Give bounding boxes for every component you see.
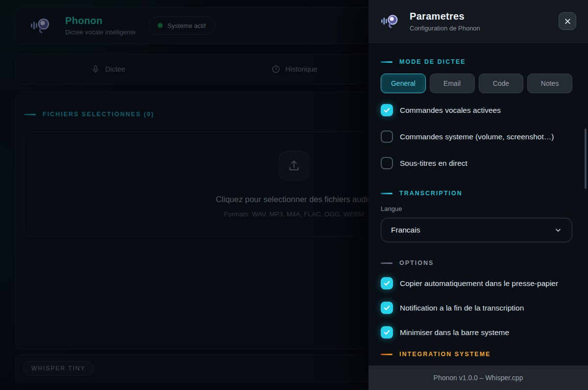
settings-panel: Parametres Configuration de Phonon MODE … <box>368 0 588 390</box>
langue-label: Langue <box>381 205 572 212</box>
options-section-head: OPTIONS <box>381 260 572 266</box>
settings-panel-body: MODE DE DICTEE GeneralEmailCodeNotes Com… <box>368 43 588 390</box>
toggle-label: Copier automatiquement dans le presse-pa… <box>400 279 558 288</box>
checkbox[interactable] <box>381 277 393 289</box>
scrollbar-thumb[interactable] <box>585 129 587 189</box>
transcription-section-label: TRANSCRIPTION <box>399 190 463 197</box>
section-dash-icon <box>381 354 392 355</box>
toggle-label: Commandes vocales activees <box>400 106 501 115</box>
mode-button-general[interactable]: General <box>381 74 426 93</box>
toggle-row[interactable]: Notification a la fin de la transcriptio… <box>381 302 572 314</box>
checkbox[interactable] <box>381 326 393 338</box>
integration-section-head: INTEGRATION SYSTEME <box>381 351 572 358</box>
voice-toggles-group: Commandes vocales activeesCommandes syst… <box>381 104 572 169</box>
toggle-row[interactable]: Minimiser dans la barre systeme <box>381 326 572 338</box>
toggle-label: Commandes systeme (volume, screenshot…) <box>400 132 554 141</box>
mode-button-notes[interactable]: Notes <box>527 74 572 93</box>
toggle-label: Notification a la fin de la transcriptio… <box>400 304 524 312</box>
chevron-down-icon <box>554 226 562 234</box>
section-dash-icon <box>381 61 392 63</box>
panel-footer: Phonon v1.0.0 – Whisper.cpp <box>368 365 588 390</box>
settings-title-block: Parametres Configuration de Phonon <box>410 11 559 32</box>
mode-buttons-group: GeneralEmailCodeNotes <box>381 74 572 93</box>
mode-button-email[interactable]: Email <box>430 74 475 93</box>
mode-button-code[interactable]: Code <box>479 74 524 93</box>
toggle-row[interactable]: Copier automatiquement dans le presse-pa… <box>381 277 572 289</box>
options-section-label: OPTIONS <box>399 260 434 266</box>
toggle-row[interactable]: Sous-titres en direct <box>381 157 572 169</box>
settings-panel-header: Parametres Configuration de Phonon <box>368 0 588 43</box>
section-dash-icon <box>381 193 392 194</box>
toggle-row[interactable]: Commandes vocales activees <box>381 104 572 116</box>
checkbox[interactable] <box>381 157 393 169</box>
integration-section-label: INTEGRATION SYSTEME <box>399 351 490 358</box>
checkbox[interactable] <box>381 130 393 143</box>
section-dash-icon <box>381 262 392 264</box>
options-toggles-group: Copier automatiquement dans le presse-pa… <box>381 277 572 338</box>
settings-title: Parametres <box>410 11 559 22</box>
close-icon <box>564 18 571 25</box>
checkbox[interactable] <box>381 104 393 116</box>
toggle-label: Sous-titres en direct <box>400 159 467 168</box>
transcription-section-head: TRANSCRIPTION <box>381 190 572 197</box>
langue-select[interactable]: Francais <box>381 218 572 242</box>
mode-section-label: MODE DE DICTEE <box>399 58 466 65</box>
toggle-label: Minimiser dans la barre systeme <box>400 328 509 337</box>
app-window: Phonon Dictee vocale intelligente System… <box>0 0 588 390</box>
close-button[interactable] <box>559 12 576 30</box>
settings-subtitle: Configuration de Phonon <box>410 25 559 32</box>
langue-select-value: Francais <box>391 226 554 234</box>
phonon-logo-icon <box>380 12 400 30</box>
checkbox[interactable] <box>381 302 393 314</box>
mode-section-head: MODE DE DICTEE <box>381 58 572 65</box>
toggle-row[interactable]: Commandes systeme (volume, screenshot…) <box>381 130 572 143</box>
